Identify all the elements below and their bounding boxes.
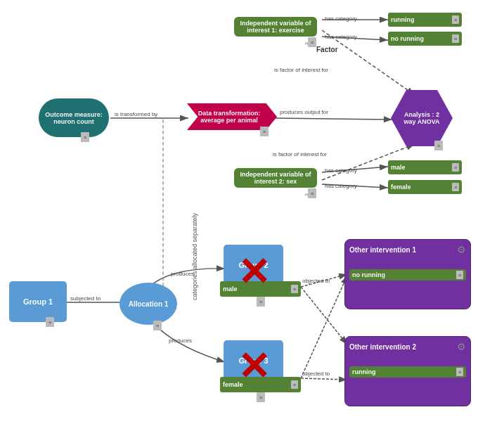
other-int1-title: Other intervention 1 [349, 246, 416, 254]
other-int2-running-bar[interactable]: running ≡ [349, 366, 466, 378]
label-is-factor1: is factor of interest for [274, 67, 328, 73]
analysis-hexagon[interactable]: Analysis : 2 way ANOVA [391, 90, 453, 146]
label-subjected-to: subjected to [70, 295, 101, 302]
group2-node[interactable]: Group 2 [224, 245, 283, 285]
running-label: running [391, 16, 415, 23]
group3-doc: ≡ [257, 392, 265, 402]
other-intervention1-container[interactable]: Other intervention 1 ⚙ no running ≡ [344, 239, 471, 309]
group3-female-bar[interactable]: female ≡ [220, 377, 301, 392]
other-int2-running-doc: ≡ [456, 368, 463, 376]
svg-line-6 [301, 287, 347, 345]
iv1-label: Independent variable of interest 1: exer… [240, 20, 311, 34]
label-has-category4: has category [325, 183, 357, 189]
other-int1-gear[interactable]: ⚙ [457, 244, 466, 255]
other-intervention2-container[interactable]: Other intervention 2 ⚙ running ≡ [344, 336, 471, 406]
male-label: male [391, 164, 406, 171]
label-objected-to1: objected to [302, 278, 330, 284]
label-has-category3: has category [325, 167, 357, 174]
allocation1-label: Allocation 1 [129, 300, 169, 308]
label-has-category2: has category [325, 34, 357, 40]
label-produces2: produces [169, 337, 192, 344]
analysis-label: Analysis : 2 way ANOVA [401, 111, 442, 125]
group1-label: Group 1 [23, 297, 53, 306]
svg-line-7 [301, 276, 347, 378]
group3-female-doc: ≡ [291, 380, 298, 389]
data-transform-doc: ≡ [260, 127, 269, 136]
allocation1-node[interactable]: Allocation 1 [119, 283, 177, 325]
analysis-doc: ≡ [434, 141, 443, 150]
label-has-category1: has category [325, 15, 357, 22]
svg-line-9 [276, 118, 392, 120]
group3-female-label: female [223, 381, 243, 388]
male-bar[interactable]: male ≡ [388, 160, 462, 174]
female-bar[interactable]: female ≡ [388, 180, 462, 194]
allocation1-doc: ≡ [153, 321, 162, 330]
iv1-node[interactable]: Independent variable of interest 1: exer… [234, 9, 317, 44]
categories-allocated-label: categories allocated separately [191, 213, 198, 300]
no-running-bar[interactable]: no running ≡ [388, 32, 462, 46]
svg-line-5 [301, 378, 347, 380]
group2-male-label: male [223, 285, 238, 292]
label-produces1: produces [171, 271, 194, 277]
iv2-node[interactable]: Independent variable of interest 2: sex [234, 160, 317, 195]
iv1-doc: ≡ [308, 37, 316, 47]
group2-male-doc: ≡ [291, 285, 298, 293]
label-is-factor2: is factor of interest for [273, 151, 327, 157]
data-transform-label: Data transformation: average per animal [194, 110, 264, 124]
iv2-label: Independent variable of interest 2: sex [240, 171, 311, 185]
no-running-label: no running [391, 35, 424, 42]
group2-male-bar[interactable]: male ≡ [220, 281, 301, 297]
label-objected-to2: objected to [302, 371, 330, 377]
no-running-doc: ≡ [452, 34, 459, 43]
running-doc: ≡ [452, 15, 459, 24]
female-doc: ≡ [452, 183, 459, 191]
group1-node[interactable]: Group 1 [9, 281, 67, 322]
label-is-transformed-by: is transformed by [115, 111, 157, 117]
group2-doc: ≡ [257, 297, 265, 307]
other-int1-no-running-label: no running [352, 271, 385, 278]
other-int2-title: Other intervention 2 [349, 343, 416, 351]
female-label: female [391, 184, 411, 191]
other-int1-no-running-doc: ≡ [456, 271, 463, 279]
other-int2-running-label: running [352, 368, 376, 375]
group3-node[interactable]: Group 3 [224, 340, 283, 381]
group2-label: Group 2 [238, 261, 268, 269]
iv2-doc: ≡ [308, 188, 316, 198]
group1-doc: ≡ [46, 317, 54, 327]
outcome-label: Outcome measure: neuron count [42, 111, 105, 125]
outcome-node[interactable]: Outcome measure: neuron count [39, 98, 109, 137]
group3-label: Group 3 [238, 356, 268, 365]
other-int2-gear[interactable]: ⚙ [457, 341, 466, 352]
outcome-doc: ≡ [81, 132, 89, 142]
factor-label: Factor [316, 46, 338, 53]
other-int1-no-running-bar[interactable]: no running ≡ [349, 269, 466, 281]
label-produces-output-for: produces output for [280, 109, 328, 115]
male-doc: ≡ [452, 163, 459, 172]
running-bar[interactable]: running ≡ [388, 13, 462, 27]
